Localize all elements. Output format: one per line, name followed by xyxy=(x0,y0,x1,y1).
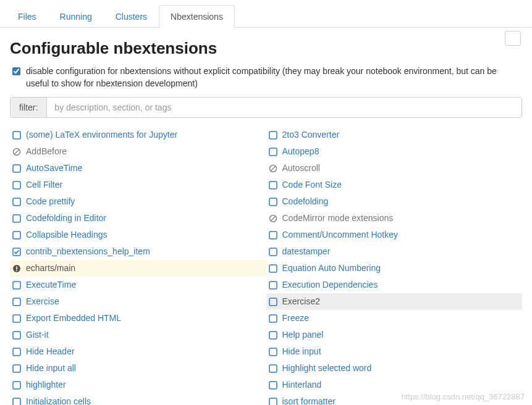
checkbox-unchecked-icon xyxy=(269,248,277,256)
extension-label: highlighter xyxy=(26,378,66,391)
extension-label: Hide Header xyxy=(26,345,75,358)
extension-label: datestamper xyxy=(282,245,331,258)
tab-nbextensions[interactable]: Nbextensions xyxy=(159,5,235,28)
extension-item[interactable]: datestamper xyxy=(266,243,523,260)
checkbox-unchecked-icon xyxy=(269,381,277,390)
extension-label: Help panel xyxy=(282,328,324,341)
svg-rect-31 xyxy=(13,348,20,356)
extension-item[interactable]: AutoSaveTime xyxy=(10,160,266,177)
svg-rect-32 xyxy=(269,348,277,356)
checkbox-unchecked-icon xyxy=(269,364,277,373)
extension-label: Freeze xyxy=(282,312,310,325)
extension-label: Code prettify xyxy=(26,195,75,208)
checkbox-unchecked-icon xyxy=(269,398,277,405)
extension-item[interactable]: Freeze xyxy=(266,310,523,327)
checkbox-unchecked-icon xyxy=(12,164,21,173)
extension-item[interactable]: Help panel xyxy=(266,327,523,343)
extension-grid: (some) LaTeX environments for Jupyter2to… xyxy=(10,127,522,405)
filter-label: filter: xyxy=(11,98,47,117)
extension-item[interactable]: Equation Auto Numbering xyxy=(266,260,523,277)
extension-item: CodeMirror mode extensions xyxy=(266,210,523,227)
extension-item[interactable]: Comment/Uncomment Hotkey xyxy=(266,227,523,243)
extension-item[interactable]: Execution Dependencies xyxy=(266,277,523,293)
extension-item[interactable]: 2to3 Converter xyxy=(266,127,523,143)
extension-item[interactable]: Exercise2 xyxy=(266,293,523,310)
extension-item[interactable]: isort formatter xyxy=(266,393,523,405)
extension-item[interactable]: Hide input all xyxy=(10,360,266,377)
extension-item[interactable]: echarts/main xyxy=(10,260,266,277)
svg-rect-23 xyxy=(13,282,20,289)
checkbox-unchecked-icon xyxy=(12,381,21,390)
svg-rect-35 xyxy=(13,382,20,389)
extension-label: Cell Filter xyxy=(26,178,62,191)
checkbox-unchecked-icon xyxy=(269,148,277,156)
checkbox-unchecked-icon xyxy=(12,198,21,206)
svg-rect-29 xyxy=(13,332,20,339)
tab-bar: Files Running Clusters Nbextensions xyxy=(0,5,532,28)
tab-clusters[interactable]: Clusters xyxy=(104,5,159,28)
extension-item[interactable]: Initialization cells xyxy=(10,393,266,405)
tab-files[interactable]: Files xyxy=(6,5,48,28)
svg-line-3 xyxy=(14,149,19,154)
extension-item[interactable]: Gist-it xyxy=(10,327,266,343)
extension-item[interactable]: Autopep8 xyxy=(266,143,523,160)
extension-label: Exercise xyxy=(26,295,59,308)
extension-label: ExecuteTime xyxy=(26,278,76,291)
extension-label: contrib_nbextensions_help_item xyxy=(26,245,150,258)
checkbox-unchecked-icon xyxy=(12,298,21,306)
checkbox-unchecked-icon xyxy=(269,131,277,140)
extension-item[interactable]: Code Font Size xyxy=(266,177,523,193)
svg-rect-10 xyxy=(13,198,20,206)
checkbox-unchecked-icon xyxy=(12,131,21,140)
extension-label: Autoscroll xyxy=(282,162,320,175)
compat-checkbox[interactable] xyxy=(12,67,20,75)
extension-item[interactable]: Hide input xyxy=(266,343,523,360)
extension-item[interactable]: Hide Header xyxy=(10,343,266,360)
checkbox-unchecked-icon xyxy=(12,331,21,340)
svg-line-7 xyxy=(271,166,275,170)
svg-rect-30 xyxy=(269,332,277,339)
extension-label: Export Embedded HTML xyxy=(26,312,121,325)
extension-item[interactable]: Codefolding in Editor xyxy=(10,210,266,227)
extension-label: Codefolding xyxy=(282,195,329,208)
filter-row: filter: xyxy=(10,97,522,118)
extension-item[interactable]: highlighter xyxy=(10,377,266,393)
refresh-button[interactable] xyxy=(505,31,521,46)
checkbox-unchecked-icon xyxy=(269,298,277,306)
extension-item[interactable]: (some) LaTeX environments for Jupyter xyxy=(10,127,266,143)
forbidden-icon xyxy=(269,214,277,223)
info-icon xyxy=(12,264,21,273)
extension-item[interactable]: ExecuteTime xyxy=(10,277,266,293)
svg-rect-27 xyxy=(13,315,20,322)
extension-label: AddBefore xyxy=(26,145,67,158)
extension-item[interactable]: Collapsible Headings xyxy=(10,227,266,243)
tab-running[interactable]: Running xyxy=(48,5,104,28)
extension-item[interactable]: Highlight selected word xyxy=(266,360,523,377)
extension-item[interactable]: Exercise xyxy=(10,293,266,310)
checkbox-unchecked-icon xyxy=(269,264,277,273)
checkbox-unchecked-icon xyxy=(12,314,21,323)
extension-label: Comment/Uncomment Hotkey xyxy=(282,228,399,241)
extension-label: echarts/main xyxy=(26,262,75,275)
checkbox-unchecked-icon xyxy=(269,314,277,323)
extension-item[interactable]: Cell Filter xyxy=(10,177,266,193)
checkbox-unchecked-icon xyxy=(12,364,21,373)
extension-item[interactable]: Export Embedded HTML xyxy=(10,310,266,327)
extension-item: AddBefore xyxy=(10,143,266,160)
svg-rect-9 xyxy=(269,182,277,189)
page-title: Configurable nbextensions xyxy=(10,39,522,58)
checkbox-unchecked-icon xyxy=(269,181,277,190)
extension-item[interactable]: contrib_nbextensions_help_item xyxy=(10,243,266,260)
extension-item[interactable]: Codefolding xyxy=(266,193,523,210)
compat-label: disable configuration for nbextensions w… xyxy=(26,65,522,90)
checkbox-unchecked-icon xyxy=(12,348,21,356)
filter-input[interactable] xyxy=(47,98,521,117)
svg-rect-5 xyxy=(13,165,20,172)
svg-rect-1 xyxy=(269,132,277,139)
svg-rect-36 xyxy=(269,382,277,389)
extension-item[interactable]: Hinterland xyxy=(266,377,523,393)
extension-label: Hide input all xyxy=(26,362,76,375)
svg-rect-37 xyxy=(13,398,20,405)
extension-item[interactable]: Code prettify xyxy=(10,193,266,210)
svg-rect-18 xyxy=(269,248,277,256)
